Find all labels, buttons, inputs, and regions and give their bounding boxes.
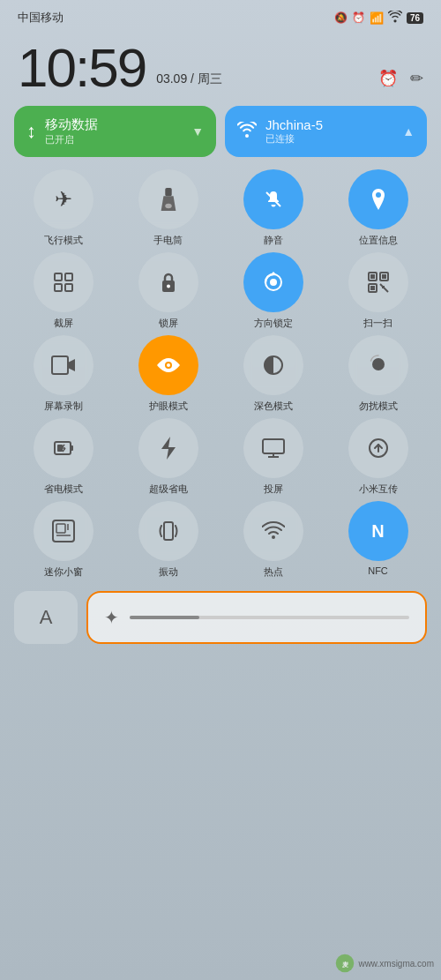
svg-marker-33 [161,437,176,460]
mobile-data-arrow: ▼ [191,124,204,138]
flashlight-btn[interactable] [138,169,198,229]
svg-marker-13 [270,272,277,275]
xmtransfer-btn[interactable] [348,418,408,478]
superbattery-item[interactable]: 超级省电 [117,418,219,496]
xmtransfer-item[interactable]: 小米互传 [327,418,429,496]
time-date: 03.09 / 周三 [156,71,222,88]
font-icon: A [40,606,53,629]
svg-rect-0 [165,188,171,196]
hotspot-btn[interactable] [243,501,303,561]
mobile-data-toggle[interactable]: ↕ 移动数据 已开启 ▼ [14,106,216,157]
brightness-track [130,616,409,619]
svg-rect-34 [263,439,284,453]
eyecare-label: 护眼模式 [149,400,188,413]
miniwindow-label: 迷你小窗 [44,565,83,579]
eyecare-item[interactable]: 护眼模式 [117,335,219,413]
airplane-mode-item[interactable]: ✈ 飞行模式 [12,169,114,247]
flashlight-item[interactable]: 手电筒 [117,169,219,247]
darkmode-label: 深色模式 [254,400,293,413]
wifi-sub: 已连接 [265,132,323,146]
svg-rect-18 [382,274,386,279]
location-label: 位置信息 [359,234,398,247]
time-area: 10:59 03.09 / 周三 ⏰ ✏ [0,32,441,106]
alarm-btn-icon[interactable]: ⏰ [378,69,398,88]
darkmode-btn[interactable] [243,335,303,395]
scan-btn[interactable] [348,252,408,312]
vibrate-btn[interactable] [138,501,198,561]
screenshot-item[interactable]: 截屏 [12,252,114,330]
svg-rect-8 [65,284,72,291]
lockscreen-btn[interactable] [138,252,198,312]
vibrate-label: 振动 [159,565,178,579]
superbattery-label: 超级省电 [149,483,188,496]
battery-indicator: 76 [407,12,423,24]
watermark-text: www.xmsigma.com [358,959,434,969]
svg-marker-1 [161,196,176,211]
svg-rect-42 [164,522,173,540]
miniwindow-btn[interactable] [34,501,93,561]
silent-label: 静音 [264,234,283,247]
superbattery-btn[interactable] [138,418,198,478]
battery-btn[interactable] [34,418,93,478]
wifi-title: Jhchina-5 [265,117,323,132]
brightness-slider[interactable]: ✦ [86,591,427,644]
time-right-icons: ⏰ ✏ [378,69,423,88]
svg-rect-19 [370,286,375,290]
scan-item[interactable]: 扫一扫 [327,252,429,330]
airplane-mode-label: 飞行模式 [44,234,83,247]
mobile-data-title: 移动数据 [45,116,98,133]
bottom-controls: A ✦ [0,582,441,653]
svg-text:麦: 麦 [342,961,349,969]
hotspot-item[interactable]: 热点 [222,501,324,579]
nfc-btn[interactable]: N [348,501,408,561]
flashlight-label: 手电筒 [153,234,183,247]
nfc-item[interactable]: N NFC [327,501,429,579]
silent-item[interactable]: 静音 [222,169,324,247]
scan-label: 扫一扫 [363,317,392,330]
eyecare-btn[interactable] [138,335,198,395]
rotation-item[interactable]: 方向锁定 [222,252,324,330]
screenrecord-item[interactable]: 屏幕录制 [12,335,114,413]
mute-icon: 🔕 [334,11,348,24]
lockscreen-item[interactable]: 锁屏 [117,252,219,330]
airplane-mode-btn[interactable]: ✈ [34,169,93,229]
font-size-btn[interactable]: A [14,591,78,644]
location-item[interactable]: 位置信息 [327,169,429,247]
time-display: 10:59 03.09 / 周三 [18,41,222,95]
cast-item[interactable]: 投屏 [222,418,324,496]
svg-rect-28 [71,445,73,451]
svg-rect-39 [56,524,65,533]
miniwindow-item[interactable]: 迷你小窗 [12,501,114,579]
dnd-btn[interactable] [348,335,408,395]
mobile-data-icon: ↕ [26,120,36,143]
rotation-btn[interactable] [243,252,303,312]
wifi-text: Jhchina-5 已连接 [265,117,323,146]
svg-rect-6 [65,273,72,281]
dnd-label: 勿扰模式 [359,400,398,413]
brightness-fill [130,616,199,619]
wifi-toggle[interactable]: Jhchina-5 已连接 ▲ [225,106,427,157]
signal-icon: 📶 [370,11,384,25]
edit-btn-icon[interactable]: ✏ [410,69,423,88]
cast-btn[interactable] [243,418,303,478]
wifi-toggle-icon [237,120,257,143]
location-btn[interactable] [348,169,408,229]
silent-btn[interactable] [243,169,303,229]
wifi-arrow: ▲ [402,124,415,138]
dnd-item[interactable]: 勿扰模式 [327,335,429,413]
screenrecord-btn[interactable] [34,335,93,395]
svg-point-10 [167,285,170,288]
svg-rect-21 [382,286,385,288]
brightness-icon: ✦ [104,607,119,628]
battery-label: 省电模式 [44,483,83,496]
battery-item[interactable]: 省电模式 [12,418,114,496]
cast-label: 投屏 [264,483,283,496]
svg-point-25 [167,363,170,367]
screenshot-btn[interactable] [34,252,93,312]
svg-rect-22 [52,356,68,374]
screenrecord-label: 屏幕录制 [44,400,83,413]
nfc-label: NFC [368,565,388,576]
vibrate-item[interactable]: 振动 [117,501,219,579]
darkmode-item[interactable]: 深色模式 [222,335,324,413]
xmtransfer-label: 小米互传 [359,483,398,496]
